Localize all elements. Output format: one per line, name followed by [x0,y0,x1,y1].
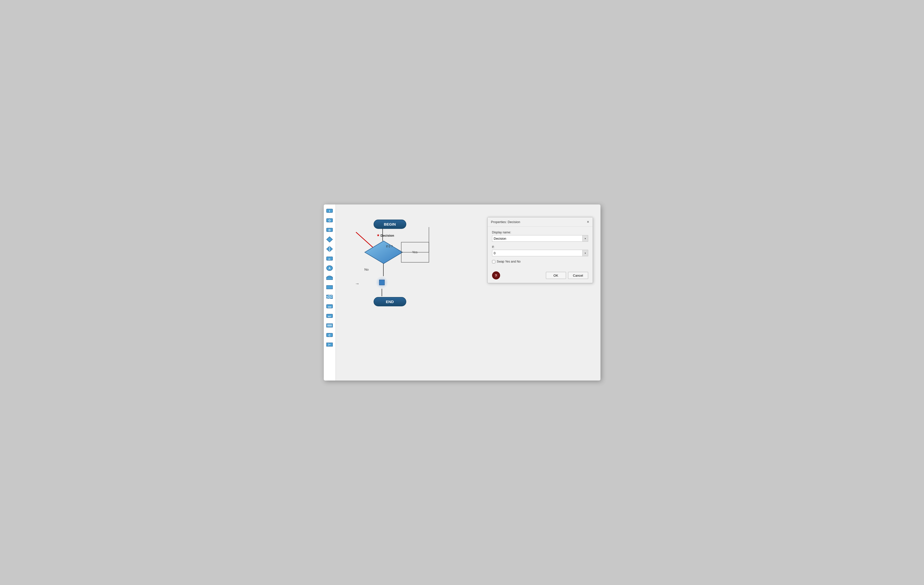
sidebar-item-diamond2[interactable] [325,245,334,253]
cancel-button[interactable]: Cancel [568,272,588,279]
sidebar-item-diamond[interactable] [325,235,334,244]
display-name-row: ▾ [492,235,588,242]
swap-label: Swap Yes and No [497,260,521,263]
sidebar-item-rect[interactable] [325,283,334,292]
help-button[interactable]: ? [492,271,500,279]
sidebar-item-int[interactable]: INT [325,311,334,320]
sidebar-item-fork[interactable]: ⊢ [325,340,334,349]
dialog-close-button[interactable]: × [587,220,589,224]
star-marker: ★ [376,233,380,237]
display-name-dropdown[interactable]: ▾ [582,235,588,242]
line-decision-square [383,264,384,276]
dialog-body: Display name: ▾ If: ▾ Swap Yes and No [488,227,593,271]
end-node: END [368,295,406,307]
if-dropdown[interactable]: ▾ [582,250,588,256]
decision-area: Decision ★ If 0 ? Yes [363,240,404,266]
dialog-footer: ? OK Cancel [488,271,593,283]
swap-row: Swap Yes and No [492,260,588,263]
display-name-label: Display name: [492,231,588,234]
if-condition-label: If 0 ? [386,245,393,248]
sidebar-item-input[interactable]: I [325,206,334,215]
decision-name-label: Decision [381,234,394,237]
sidebar-item-a[interactable]: A [325,264,334,272]
svg-marker-32 [365,241,403,264]
decision-diamond [363,240,404,265]
svg-text:A: A [328,267,330,270]
begin-node: BEGIN [368,219,406,229]
svg-text:SIM: SIM [328,306,332,308]
svg-text:⊢: ⊢ [328,343,331,346]
svg-text:INT: INT [328,315,331,318]
ok-button[interactable]: OK [546,272,566,279]
arrow-right-indicator: → [355,281,360,287]
svg-text:I: I [329,209,330,213]
sidebar-item-sim[interactable]: SIM [325,302,334,311]
main-window: I O D A: A SIM INT [324,204,601,381]
svg-rect-14 [327,285,333,289]
sidebar-item-assign[interactable]: A: [325,254,334,263]
svg-text:A:: A: [328,258,331,260]
sidebar-item-output[interactable]: O [325,216,334,224]
swap-checkbox[interactable] [492,260,495,263]
sidebar-item-c[interactable]: C [325,331,334,339]
svg-text:C: C [328,334,330,337]
canvas-area: BEGIN Decision ★ [336,204,601,381]
svg-text:D: D [328,229,330,232]
display-name-input[interactable] [492,235,582,242]
sidebar-item-arc[interactable] [325,274,334,282]
sidebar-item-decision[interactable]: D [325,226,334,234]
small-square-wrapper [376,276,388,289]
if-label: If: [492,245,588,249]
svg-marker-6 [327,237,333,242]
small-square [379,280,384,285]
dialog-title: Properties: Decision [491,220,520,224]
sidebar: I O D A: A SIM INT [324,204,336,381]
yes-branch-lines [401,240,434,265]
dialog-header: Properties: Decision × [488,217,593,227]
svg-rect-23 [327,324,333,327]
if-input[interactable] [492,250,582,256]
svg-text:O: O [328,219,331,222]
properties-dialog: Properties: Decision × Display name: ▾ I… [487,217,593,283]
no-label: No [365,268,369,271]
sidebar-item-hatch[interactable] [325,292,334,301]
flowchart: BEGIN Decision ★ [346,209,447,350]
svg-rect-13 [327,277,333,280]
sidebar-item-equal[interactable] [325,321,334,330]
if-row: ▾ [492,250,588,256]
